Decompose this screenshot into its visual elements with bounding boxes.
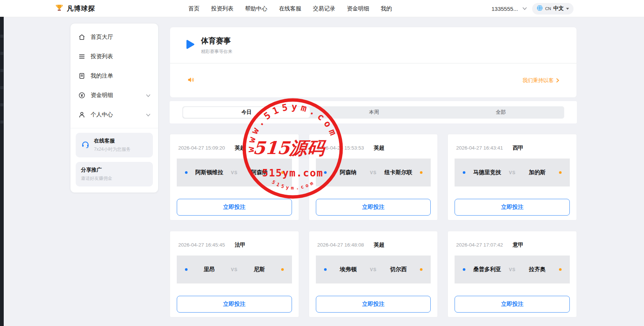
service-card-subtitle: 7x24小时为您服务	[94, 146, 131, 153]
account-phone: 1335555...	[491, 6, 518, 12]
match-card: 2026-04-27 15:53:53 英超 阿森纳 VS 纽卡斯尔联 立即投注	[309, 134, 438, 220]
home-team-dot	[463, 268, 465, 271]
nav-link[interactable]: 资金明细	[347, 5, 369, 12]
match-card: 2026-04-27 15:09:20 英超 阿斯顿维拉 VS 阿森纳 立即投注	[170, 134, 299, 220]
yuan-circle-icon	[78, 91, 85, 99]
speaker-icon	[187, 76, 195, 85]
sports-header: 体育赛事 精彩赛事等你来	[170, 27, 577, 63]
nav-link[interactable]: 投资列表	[211, 5, 233, 12]
bet-now-button[interactable]: 立即投注	[455, 296, 570, 313]
match-league: 英超	[235, 144, 245, 151]
away-team-dot	[420, 171, 422, 174]
match-card-header: 2026-04-27 17:07:42 意甲	[455, 241, 570, 248]
nav-link[interactable]: 帮助中心	[245, 5, 267, 12]
match-card: 2026-04-27 16:45:45 法甲 里昂 VS 尼斯 立即投注	[170, 231, 299, 317]
bet-now-button[interactable]: 立即投注	[316, 296, 431, 313]
service-card-title: 在线客服	[94, 138, 131, 144]
match-teams-row: 阿森纳 VS 纽卡斯尔联	[316, 159, 431, 186]
sidebar-item-my-orders[interactable]: 我的注单	[70, 66, 158, 85]
document-icon	[78, 72, 85, 79]
match-datetime: 2026-04-27 16:43:41	[456, 145, 503, 151]
away-team-dot	[281, 171, 284, 174]
bet-now-button[interactable]: 立即投注	[455, 199, 570, 216]
share-promo-card[interactable]: 分享推广 邀请好友赚佣金	[76, 162, 153, 186]
nav-link[interactable]: 首页	[188, 5, 200, 12]
away-team-name: 尼斯	[238, 266, 281, 273]
match-datetime: 2026-04-27 15:53:53	[317, 145, 364, 151]
trophy-icon	[55, 4, 63, 13]
chevron-down-icon	[146, 92, 151, 98]
match-grid: 2026-04-27 15:09:20 英超 阿斯顿维拉 VS 阿森纳 立即投注…	[170, 134, 577, 317]
nav-link[interactable]: 在线客服	[279, 5, 301, 12]
home-team-dot	[324, 171, 327, 174]
sidebar-item-funds-detail[interactable]: 资金明细	[70, 85, 158, 105]
match-league: 西甲	[513, 144, 524, 151]
lang-code: CN	[545, 6, 551, 11]
away-team-dot	[559, 171, 562, 174]
match-card-header: 2026-04-27 16:43:41 西甲	[455, 144, 570, 151]
logo-text: 凡博球探	[67, 4, 95, 13]
home-icon	[78, 33, 85, 41]
promo-card-subtitle: 邀请好友赚佣金	[81, 175, 112, 182]
match-teams-row: 桑普多利亚 VS 拉齐奥	[455, 256, 570, 283]
sidebar-item-label: 首页大厅	[91, 34, 113, 41]
match-teams-row: 埃弗顿 VS 切尔西	[316, 256, 431, 283]
online-service-card[interactable]: 在线客服 7x24小时为您服务	[76, 133, 153, 157]
away-team-dot	[559, 268, 562, 271]
main-content: 体育赛事 精彩赛事等你来 我们秉持以客 今日 本周 全部	[170, 27, 577, 317]
sidebar-item-label: 资金明细	[91, 92, 113, 99]
match-card: 2026-04-27 16:48:08 英超 埃弗顿 VS 切尔西 立即投注	[309, 231, 438, 317]
sidebar-item-label: 个人中心	[91, 111, 113, 118]
match-teams-row: 阿斯顿维拉 VS 阿森纳	[177, 159, 292, 186]
play-icon	[186, 39, 195, 51]
bet-now-button[interactable]: 立即投注	[177, 296, 292, 313]
away-team-dot	[281, 268, 284, 271]
left-edge-strip	[0, 17, 4, 326]
match-card: 2026-04-27 17:07:42 意甲 桑普多利亚 VS 拉齐奥 立即投注	[447, 231, 577, 317]
chevron-down-icon	[146, 112, 151, 118]
vs-label: VS	[509, 170, 516, 175]
chevron-down-icon	[522, 7, 527, 10]
sidebar-item-home-hall[interactable]: 首页大厅	[70, 27, 158, 47]
bet-now-button[interactable]: 立即投注	[316, 199, 431, 216]
tab-all[interactable]: 全部	[437, 106, 564, 119]
top-navbar: 凡博球探 首页 投资列表 帮助中心 在线客服 交易记录 资金明细 我的 1335…	[0, 0, 644, 17]
sidebar-item-invest-list[interactable]: 投资列表	[70, 47, 158, 66]
sidebar-item-personal-center[interactable]: 个人中心	[70, 105, 158, 124]
bet-now-button[interactable]: 立即投注	[177, 199, 292, 216]
home-team-dot	[324, 268, 327, 271]
vs-label: VS	[231, 170, 238, 175]
tab-today[interactable]: 今日	[183, 107, 310, 118]
account-dropdown[interactable]: 1335555...	[491, 6, 527, 12]
page-title: 体育赛事	[201, 36, 232, 46]
match-card-header: 2026-04-27 16:45:45 法甲	[177, 241, 292, 248]
tab-this-week[interactable]: 本周	[311, 106, 437, 119]
site-logo[interactable]: 凡博球探	[55, 0, 95, 17]
away-team-name: 纽卡斯尔联	[377, 169, 420, 176]
match-teams-row: 马德里竞技 VS 加的斯	[455, 159, 570, 186]
page-subtitle: 精彩赛事等你来	[201, 48, 232, 55]
sidebar-divider	[70, 128, 158, 128]
home-team-name: 埃弗顿	[327, 266, 370, 273]
caret-down-icon	[566, 8, 569, 10]
chevron-right-icon	[556, 78, 559, 83]
nav-link[interactable]: 我的	[381, 5, 392, 12]
vs-label: VS	[509, 267, 516, 272]
language-selector[interactable]: CN 中文	[532, 3, 574, 15]
globe-icon	[537, 5, 543, 13]
tabs-band: 今日 本周 全部	[170, 101, 577, 123]
nav-link[interactable]: 交易记录	[313, 5, 335, 12]
match-league: 法甲	[235, 241, 245, 248]
announcement-bar: 我们秉持以客	[170, 63, 577, 97]
home-team-name: 桑普多利亚	[465, 266, 509, 273]
vs-label: VS	[370, 267, 377, 272]
match-datetime: 2026-04-27 17:07:42	[456, 242, 503, 248]
sidebar-item-label: 投资列表	[91, 53, 113, 60]
match-card-header: 2026-04-27 16:48:08 英超	[316, 241, 431, 248]
announcement-link[interactable]: 我们秉持以客	[522, 77, 559, 84]
away-team-name: 拉齐奥	[516, 266, 559, 273]
match-card-header: 2026-04-27 15:09:20 英超	[177, 144, 292, 151]
user-icon	[78, 111, 85, 118]
top-nav: 首页 投资列表 帮助中心 在线客服 交易记录 资金明细 我的	[188, 0, 392, 17]
match-card: 2026-04-27 16:43:41 西甲 马德里竞技 VS 加的斯 立即投注	[447, 134, 577, 220]
